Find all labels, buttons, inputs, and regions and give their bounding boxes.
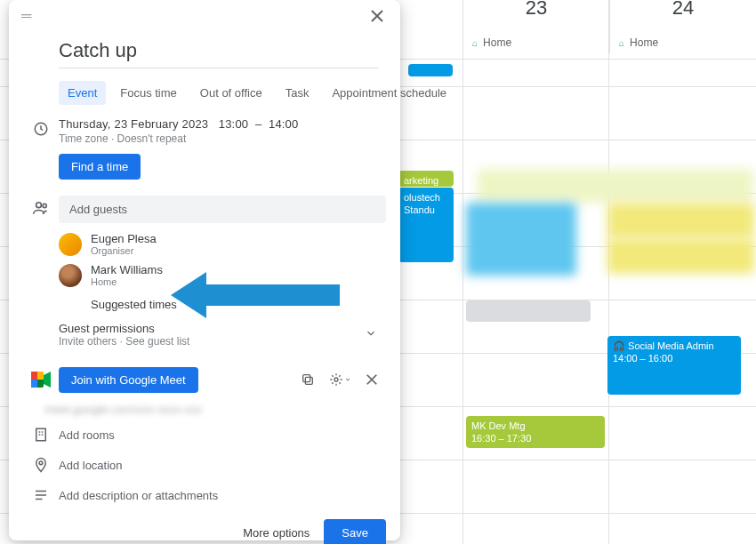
svg-point-10 xyxy=(334,378,338,381)
svg-point-1 xyxy=(36,203,42,208)
guest-row[interactable]: Mark Williams Home xyxy=(59,260,386,291)
event-title: MK Dev Mtg xyxy=(471,420,526,431)
save-button[interactable]: Save xyxy=(324,519,386,544)
avatar xyxy=(59,264,82,287)
suggested-times-link[interactable]: Suggested times xyxy=(91,298,386,311)
event-type-tabs: Event Focus time Out of office Task Appo… xyxy=(59,81,400,105)
clock-icon xyxy=(23,117,59,137)
home-indicator: ⌂ Home xyxy=(609,32,756,53)
event-block[interactable] xyxy=(408,64,453,76)
chevron-down-icon[interactable] xyxy=(365,327,386,342)
meet-settings-button[interactable] xyxy=(326,365,354,394)
event-block[interactable] xyxy=(607,238,754,274)
svg-rect-15 xyxy=(42,434,44,436)
people-icon xyxy=(23,196,59,217)
copy-icon xyxy=(301,372,315,387)
copy-link-button[interactable] xyxy=(294,365,322,394)
event-time: 16:30 – 17:30 xyxy=(471,433,531,444)
day-number: 24 xyxy=(610,0,756,20)
tab-task[interactable]: Task xyxy=(277,81,318,105)
home-icon: ⌂ xyxy=(472,38,478,48)
svg-rect-8 xyxy=(305,377,312,384)
avatar xyxy=(59,233,82,256)
guest-row[interactable]: Eugen Plesa Organiser xyxy=(59,228,386,260)
add-location-row[interactable]: Add location xyxy=(9,450,400,480)
room-icon xyxy=(23,427,59,443)
svg-rect-5 xyxy=(37,372,44,380)
event-datetime[interactable]: Thursday, 23 February 2023 13:00 – 14:00 xyxy=(59,117,386,131)
guest-permissions[interactable]: Guest permissions xyxy=(59,322,189,335)
svg-rect-11 xyxy=(36,428,46,441)
gear-icon xyxy=(329,372,343,387)
add-guests-input[interactable]: Add guests xyxy=(59,196,386,223)
event-block[interactable] xyxy=(478,169,753,203)
svg-marker-7 xyxy=(44,372,51,388)
more-options-link[interactable]: More options xyxy=(243,526,310,540)
add-rooms-row[interactable]: Add rooms xyxy=(9,420,400,450)
home-indicator: ⌂ Home xyxy=(462,32,609,53)
drag-handle-icon[interactable]: ═ xyxy=(16,3,36,29)
event-marketing-weekly[interactable]: arketing weekly xyxy=(398,171,454,187)
join-google-meet-button[interactable]: Join with Google Meet xyxy=(59,367,198,393)
close-button[interactable] xyxy=(361,0,393,32)
home-label: Home xyxy=(483,36,511,49)
svg-rect-6 xyxy=(31,380,37,388)
find-a-time-button[interactable]: Find a time xyxy=(59,154,141,180)
headphones-icon: 🎧 xyxy=(613,340,625,351)
home-icon: ⌂ xyxy=(619,38,624,48)
close-icon xyxy=(370,9,384,23)
svg-rect-9 xyxy=(303,375,310,382)
tab-event[interactable]: Event xyxy=(59,81,106,105)
svg-rect-13 xyxy=(42,431,44,433)
tab-out-of-office[interactable]: Out of office xyxy=(191,81,271,105)
home-label: Home xyxy=(630,36,658,49)
event-editor-panel: ═ Event Focus time Out of office Task Ap… xyxy=(9,0,400,540)
chevron-down-icon xyxy=(344,376,351,383)
tab-focus-time[interactable]: Focus time xyxy=(111,81,186,105)
meet-link[interactable]: meet.google.com/xxx-xxxx-xxx xyxy=(9,397,400,420)
guest-role: Home xyxy=(91,276,163,287)
event-title-input[interactable] xyxy=(59,36,379,68)
event-block[interactable] xyxy=(466,300,591,322)
event-block[interactable] xyxy=(607,203,754,238)
guest-permissions-sub: Invite others · See guest list xyxy=(59,335,189,348)
close-icon xyxy=(366,373,378,386)
event-standup[interactable]: olustech Standu xyxy=(398,188,454,262)
guest-name: Mark Williams xyxy=(91,263,163,276)
day-number: 23 xyxy=(463,0,609,20)
svg-point-2 xyxy=(43,204,46,207)
google-meet-icon xyxy=(31,372,51,388)
add-description-row[interactable]: Add description or attachments xyxy=(9,480,400,510)
event-social-media[interactable]: 🎧 Social Media Admin 14:00 – 16:00 xyxy=(607,336,741,395)
svg-rect-12 xyxy=(39,431,41,433)
event-block[interactable] xyxy=(466,203,576,276)
guest-role: Organiser xyxy=(91,245,157,256)
svg-rect-14 xyxy=(39,434,41,436)
svg-point-16 xyxy=(39,461,43,465)
tab-appointment-schedule[interactable]: Appointment schedule xyxy=(323,81,455,105)
timezone-repeat[interactable]: Time zone · Doesn't repeat xyxy=(59,132,386,145)
description-icon xyxy=(23,487,59,503)
svg-rect-4 xyxy=(31,372,37,380)
guest-name: Eugen Plesa xyxy=(91,232,157,245)
event-time: 14:00 – 16:00 xyxy=(613,353,672,364)
remove-meet-button[interactable] xyxy=(358,365,386,394)
event-mk-dev[interactable]: MK Dev Mtg 16:30 – 17:30 xyxy=(466,416,605,448)
event-title: Social Media Admin xyxy=(628,340,714,351)
location-icon xyxy=(23,457,59,473)
